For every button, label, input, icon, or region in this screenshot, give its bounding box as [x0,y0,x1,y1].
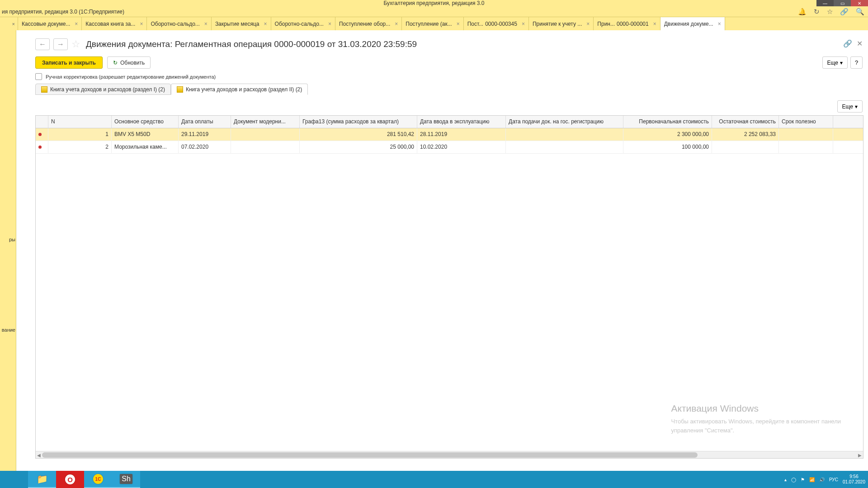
tab-close-icon[interactable]: × [204,21,208,27]
tab-item[interactable]: Закрытие месяца× [212,17,271,30]
close-page-icon[interactable]: ✕ [857,39,863,48]
tab-item-active[interactable]: Движения докуме...× [660,17,725,30]
sh-icon: Sh [120,474,132,484]
gutter-label: вание [0,327,16,333]
tab-close-icon[interactable]: × [395,21,398,27]
cell-restcost [712,141,779,153]
nav-back-button[interactable]: ← [35,38,50,50]
grid-header-dot[interactable] [36,116,48,128]
scroll-right-icon[interactable]: ▶ [857,451,863,459]
grid-header[interactable]: Документ модерни... [231,116,300,128]
tab-close-icon[interactable]: × [264,21,267,27]
grid-header[interactable]: Дата ввода в эксплуатацию [417,116,506,128]
tray-network-icon[interactable]: 📶 [809,477,815,482]
tab-item[interactable]: Поступление обор...× [335,17,402,30]
grid-header[interactable]: Дата подачи док. на гос. регистрацию [506,116,623,128]
manual-adjust-label: Ручная корректировка (разрешает редактир… [46,74,216,80]
cell-g13: 25 000,00 [300,141,417,153]
cell-moddoc [231,128,300,141]
search-icon[interactable]: 🔍 [856,8,864,16]
tab-close-icon[interactable]: × [140,21,143,27]
taskbar-app-sh[interactable]: Sh [112,471,140,488]
book-icon [41,86,47,93]
taskbar-app-opera[interactable]: O [56,471,84,488]
tab-item[interactable]: Кассовая книга за...× [82,17,147,30]
tab-close-icon[interactable]: × [457,21,460,27]
grid-header-row: N Основное средство Дата оплаты Документ… [36,116,863,128]
grid-header[interactable]: Остаточная стоимость [712,116,779,128]
cell-n: 2 [48,141,112,153]
table-row[interactable]: 2 Морозильная каме... 07.02.2020 25 000,… [36,141,863,154]
bell-icon[interactable]: 🔔 [798,8,807,16]
horizontal-scrollbar[interactable]: ◀ ▶ [36,451,863,458]
more-button[interactable]: Еще▾ [822,56,848,69]
grid-header[interactable]: N [48,116,112,128]
windows-activation-watermark: Активация Windows Чтобы активировать Win… [671,401,841,435]
help-button[interactable]: ? [850,56,863,69]
app-subtitle: ия предприятия, редакция 3.0 (1С:Предпри… [2,9,124,15]
attach-link-icon[interactable]: 🔗 [843,39,852,48]
grid-header[interactable]: Первоначальная стоимость [623,116,712,128]
app-title: Бухгалтерия предприятия, редакция 3.0 [383,0,484,6]
tab-close-icon[interactable]: × [522,21,525,27]
table-row[interactable]: 1 BMV X5 M50D 29.11.2019 281 510,42 28.1… [36,128,863,141]
refresh-icon: ↻ [113,60,118,66]
save-and-close-button[interactable]: Записать и закрыть [35,56,103,69]
tab-item[interactable]: Оборотно-сальдо...× [147,17,211,30]
grid-header[interactable]: Основное средство [112,116,179,128]
cell-expdate: 28.11.2019 [417,128,506,141]
tab-item[interactable]: Поступление (ак...× [402,17,463,30]
cell-term [779,128,833,141]
tab-close-icon[interactable]: × [75,21,78,27]
tray-sound-icon[interactable]: 🔊 [819,477,825,482]
opera-icon: O [65,474,75,484]
tray-flag-icon[interactable]: ⚑ [801,477,805,482]
1c-icon: 1С [93,474,103,484]
window-close-button[interactable]: ✕ [851,0,868,6]
history-icon[interactable]: ↻ [814,8,820,16]
taskbar-app-explorer[interactable]: 📁 [28,471,56,488]
tab-item[interactable]: Принятие к учету ...× [529,17,594,30]
cell-initcost: 2 300 000,00 [623,128,712,141]
app-subtitle-bar: ия предприятия, редакция 3.0 (1С:Предпри… [0,6,868,17]
nav-forward-button[interactable]: → [53,38,68,50]
row-marker [36,141,48,153]
scrollbar-thumb[interactable] [42,452,698,458]
cell-moddoc [231,141,300,153]
star-icon[interactable]: ☆ [827,8,833,16]
refresh-button[interactable]: ↻Обновить [107,56,151,69]
favorite-star-icon[interactable]: ☆ [71,38,80,50]
window-minimize-button[interactable]: — [816,0,834,6]
tray-up-icon[interactable]: ▴ [784,477,787,482]
tab-item[interactable]: Прин...0000-000001× [594,17,660,30]
tab-item[interactable]: Кассовые докуме...× [18,17,82,30]
tab-item[interactable]: Пост...0000-000345× [464,17,529,30]
tab-close-icon[interactable]: × [586,21,590,27]
taskbar-start-placeholder[interactable] [0,471,28,488]
system-tray: ▴ ◯ ⚑ 📶 🔊 РУС 9:56 01.07.2020 [784,471,865,488]
tab-close-icon[interactable]: × [653,21,656,27]
taskbar-app-1c[interactable]: 1С [84,471,112,488]
chevron-down-icon: ▾ [840,60,843,66]
tray-sync-icon[interactable]: ◯ [791,477,796,482]
tray-time[interactable]: 9:56 [843,474,865,479]
grid-header[interactable]: Дата оплаты [179,116,231,128]
window-maximize-button[interactable]: ▭ [834,0,851,6]
tab-close-first[interactable]: × [0,17,18,30]
manual-adjust-checkbox[interactable] [35,73,42,80]
tray-language[interactable]: РУС [829,477,838,482]
tab-close-icon[interactable]: × [718,21,721,27]
subtab-section1[interactable]: Книга учета доходов и расходов (раздел I… [35,84,171,95]
tray-date[interactable]: 01.07.2020 [843,479,865,485]
scroll-left-icon[interactable]: ◀ [36,451,42,459]
tab-item[interactable]: Оборотно-сальдо...× [271,17,335,30]
grid-more-button[interactable]: Еще▾ [837,100,863,113]
page-title: Движения документа: Регламентная операци… [86,39,417,49]
windows-taskbar: 📁 O 1С Sh ▴ ◯ ⚑ 📶 🔊 РУС 9:56 01.07.2020 [0,471,868,488]
grid-header[interactable]: Срок полезно [779,116,833,128]
cell-expdate: 10.02.2020 [417,141,506,153]
link-icon[interactable]: 🔗 [840,8,849,16]
tab-close-icon[interactable]: × [328,21,331,27]
subtab-section2[interactable]: Книга учета доходов и расходов (раздел I… [171,84,308,95]
grid-header[interactable]: Графа13 (сумма расходов за квартал) [300,116,417,128]
